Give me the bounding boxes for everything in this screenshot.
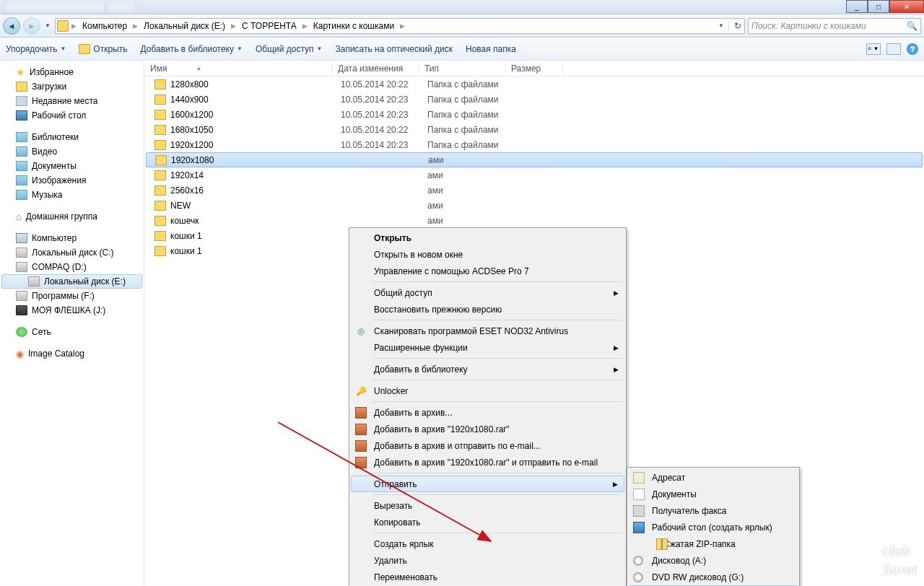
file-row[interactable]: 1680x1050 10.05.2014 20:22 Папка с файла… [144, 122, 924, 137]
ctx-addlib[interactable]: Добавить в библиотеку▶ [351, 361, 624, 377]
maximize-button[interactable]: □ [868, 0, 889, 13]
ctx-acdsee[interactable]: Управление с помощью ACDSee Pro 7 [351, 263, 624, 279]
file-row[interactable]: 1600x1200 10.05.2014 20:23 Папка с файла… [144, 107, 924, 122]
ctx-shortcut[interactable]: Создать ярлык [351, 535, 624, 552]
sendto-submenu: Адресат Документы Получатель факса Рабоч… [627, 467, 800, 586]
breadcrumb-item[interactable]: Локальный диск (E:) [141, 19, 228, 32]
ctx-archive1[interactable]: Добавить в архив... [351, 404, 624, 421]
sidebar-imagecatalog[interactable]: ◉Image Catalog [0, 346, 144, 361]
preview-pane-button[interactable] [886, 43, 901, 55]
sidebar-music[interactable]: Музыка [0, 188, 144, 202]
close-button[interactable]: ✕ [889, 0, 924, 13]
forward-button[interactable]: ► [23, 17, 40, 35]
sidebar-drive-f[interactable]: Программы (F:) [0, 289, 144, 303]
sub-fax[interactable]: Получатель факса [629, 502, 798, 519]
chevron-right-icon[interactable]: ▶ [131, 22, 139, 30]
folder-icon [155, 155, 167, 165]
breadcrumb-item[interactable]: С ТОРРЕНТА [239, 19, 300, 32]
sub-drive-g[interactable]: DVD RW дисковод (G:) [629, 569, 798, 585]
folder-icon [154, 95, 166, 105]
ctx-restore[interactable]: Восстановить прежнюю версию [351, 301, 624, 318]
sidebar-computer[interactable]: Компьютер [0, 231, 144, 245]
sub-zip[interactable]: Сжатая ZIP-папка [629, 535, 798, 552]
ctx-advanced[interactable]: Расширенные функции▶ [351, 339, 624, 356]
folder-icon [154, 185, 166, 196]
file-row[interactable]: 1280x800 10.05.2014 20:22 Папка с файлам… [144, 76, 924, 92]
sidebar-video[interactable]: Видео [0, 144, 144, 159]
column-date[interactable]: Дата изменения [332, 61, 419, 76]
sub-desktop[interactable]: Рабочий стол (создать ярлык) [629, 519, 798, 535]
sub-recipient[interactable]: Адресат [629, 469, 798, 486]
chevron-right-icon[interactable]: ▶ [70, 22, 78, 30]
minimize-button[interactable]: _ [846, 0, 868, 13]
new-folder-button[interactable]: Новая папка [466, 44, 516, 54]
view-button[interactable]: ≡ ▼ [866, 43, 881, 55]
chevron-right-icon[interactable]: ▶ [301, 22, 309, 30]
chevron-right-icon[interactable]: ▶ [398, 22, 406, 30]
file-row[interactable]: 1920x1080 ами [146, 152, 923, 167]
breadcrumb-item[interactable]: Картинки с кошками [310, 19, 397, 32]
add-library-button[interactable]: Добавить в библиотеку▼ [140, 44, 242, 54]
rar-icon [355, 407, 367, 419]
sidebar-libraries[interactable]: Библиотеки [0, 130, 144, 144]
ctx-archive4[interactable]: Добавить в архив "1920x1080.rar" и отпра… [351, 454, 624, 471]
chevron-right-icon[interactable]: ▶ [230, 22, 237, 30]
breadcrumb-item[interactable]: Компьютер [79, 19, 130, 32]
sidebar-recent[interactable]: Недавние места [0, 94, 144, 108]
sub-drive-a[interactable]: Дисковод (A:) [629, 552, 798, 569]
folder-open-icon [79, 44, 90, 54]
organize-button[interactable]: Упорядочить▼ [6, 44, 66, 54]
file-row[interactable]: 1920x14 ами [144, 167, 924, 183]
open-button[interactable]: Открыть [79, 44, 127, 54]
sidebar-network[interactable]: Сеть [0, 325, 144, 339]
chevron-right-icon: ▶ [614, 289, 619, 297]
ctx-copy[interactable]: Копировать [351, 514, 624, 530]
path-dropdown[interactable]: ▼ [715, 22, 727, 29]
search-input[interactable]: Поиск: Картинки с кошками 🔍 [748, 18, 921, 34]
sidebar-pictures[interactable]: Изображения [0, 173, 144, 188]
sidebar-drive-j[interactable]: МОЯ ФЛЕШКА (J:) [0, 303, 144, 318]
back-button[interactable]: ◄ [3, 17, 20, 35]
sidebar-homegroup[interactable]: ⌂Домашняя группа [0, 209, 144, 224]
file-row[interactable]: кошечк ами [144, 213, 924, 228]
column-type[interactable]: Тип [419, 61, 505, 76]
file-name: 1600x1200 [170, 110, 341, 120]
file-row[interactable]: 2560x16 ами [144, 183, 924, 198]
column-size[interactable]: Размер [505, 61, 563, 76]
ctx-delete[interactable]: Удалить [351, 552, 624, 569]
search-icon[interactable]: 🔍 [907, 21, 918, 31]
file-row[interactable]: NEW ами [144, 198, 924, 213]
share-button[interactable]: Общий доступ▼ [256, 44, 323, 54]
ctx-sendto[interactable]: Отправить▶ [351, 476, 624, 492]
file-type: ами [427, 216, 528, 226]
sidebar-drive-e[interactable]: Локальный диск (E:) [1, 274, 142, 289]
burn-button[interactable]: Записать на оптический диск [335, 44, 453, 54]
file-name: 1920x1200 [170, 140, 341, 150]
file-row[interactable]: 1440x900 10.05.2014 20:23 Папка с файлам… [144, 92, 924, 107]
history-dropdown[interactable]: ▼ [43, 17, 52, 35]
ctx-open-new[interactable]: Открыть в новом окне [351, 246, 624, 263]
help-icon[interactable]: ? [907, 43, 918, 55]
file-row[interactable]: 1920x1200 10.05.2014 20:23 Папка с файла… [144, 137, 924, 152]
breadcrumb[interactable]: ▶ Компьютер ▶ Локальный диск (E:) ▶ С ТО… [55, 18, 745, 34]
ctx-archive3[interactable]: Добавить в архив и отправить по e-mail..… [351, 437, 624, 454]
sidebar-drive-d[interactable]: COMPAQ (D:) [0, 260, 144, 274]
file-type: ами [427, 170, 528, 180]
refresh-button[interactable]: ↻ [728, 21, 743, 31]
sidebar-desktop[interactable]: Рабочий стол [0, 108, 144, 123]
sub-documents[interactable]: Документы [629, 486, 798, 502]
ctx-open[interactable]: Открыть [351, 229, 624, 246]
sidebar-favorites[interactable]: ★Избранное [0, 65, 144, 79]
file-name: кошечк [170, 216, 341, 226]
sidebar-documents[interactable]: Документы [0, 159, 144, 173]
sidebar-downloads[interactable]: Загрузки [0, 79, 144, 94]
ctx-rename[interactable]: Переименовать [351, 569, 624, 585]
ctx-unlocker[interactable]: 🔑Unlocker [351, 382, 624, 399]
desktop-icon [633, 522, 645, 533]
sidebar-drive-c[interactable]: Локальный диск (C:) [0, 245, 144, 260]
ctx-eset[interactable]: ◎Сканировать программой ESET NOD32 Antiv… [351, 323, 624, 339]
ctx-share[interactable]: Общий доступ▶ [351, 284, 624, 301]
ctx-cut[interactable]: Вырезать [351, 497, 624, 514]
column-name[interactable]: Имя▲ [144, 61, 332, 76]
ctx-archive2[interactable]: Добавить в архив "1920x1080.rar" [351, 421, 624, 437]
